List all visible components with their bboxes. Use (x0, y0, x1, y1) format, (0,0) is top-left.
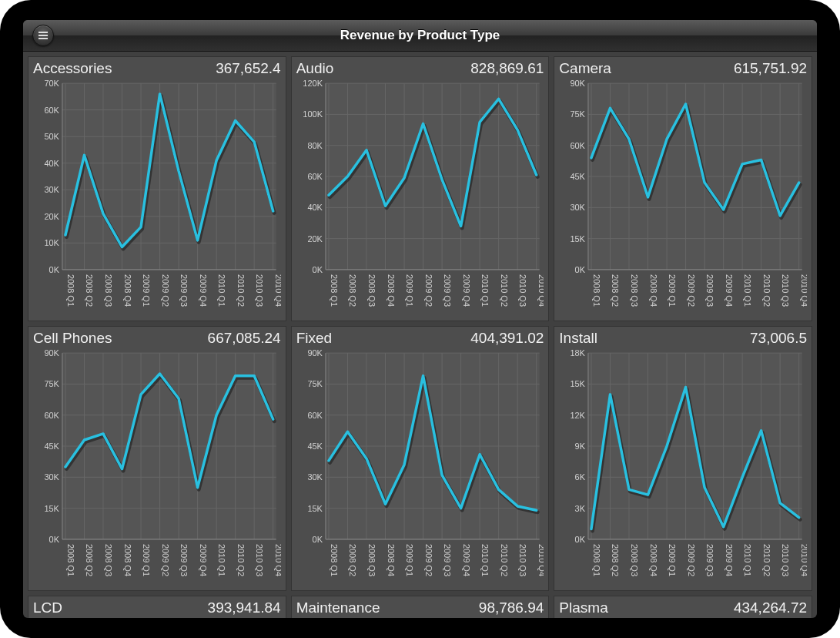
card-value: 404,391.02 (470, 330, 544, 347)
svg-text:2008 Q2: 2008 Q2 (611, 274, 621, 307)
svg-text:12K: 12K (571, 411, 586, 420)
svg-text:45K: 45K (571, 172, 586, 181)
svg-text:2010 Q4: 2010 Q4 (800, 544, 807, 576)
svg-text:30K: 30K (571, 203, 586, 212)
svg-text:75K: 75K (44, 379, 59, 388)
svg-text:75K: 75K (571, 109, 586, 119)
card-title: Fixed (296, 330, 332, 347)
svg-text:2008 Q3: 2008 Q3 (104, 544, 113, 576)
svg-text:2008 Q2: 2008 Q2 (85, 274, 94, 307)
svg-text:70K: 70K (44, 79, 59, 88)
svg-text:2008 Q1: 2008 Q1 (592, 544, 601, 576)
svg-text:2008 Q3: 2008 Q3 (367, 544, 376, 576)
svg-text:2009 Q1: 2009 Q1 (405, 544, 414, 576)
chart: 0K15K30K45K60K75K90K2008 Q12008 Q22008 Q… (559, 79, 807, 316)
svg-text:15K: 15K (44, 504, 59, 513)
hamburger-icon (38, 35, 48, 36)
svg-text:2010 Q2: 2010 Q2 (762, 274, 771, 307)
card-title: Camera (559, 60, 611, 77)
svg-text:2010 Q4: 2010 Q4 (800, 274, 807, 307)
card-value: 73,006.5 (750, 330, 807, 347)
svg-text:9K: 9K (575, 442, 586, 451)
tablet-frame: Revenue by Product Type Accessories 367,… (0, 0, 840, 638)
svg-text:2008 Q4: 2008 Q4 (649, 274, 658, 307)
svg-text:100K: 100K (303, 109, 323, 119)
svg-text:30K: 30K (307, 472, 323, 482)
svg-text:60K: 60K (44, 411, 59, 420)
svg-text:2009 Q4: 2009 Q4 (725, 274, 734, 307)
svg-text:2010 Q1: 2010 Q1 (480, 544, 490, 576)
card-title: Maintenance (296, 599, 380, 616)
svg-text:2008 Q1: 2008 Q1 (592, 274, 601, 307)
card-maintenance[interactable]: Maintenance 98,786.94 (291, 596, 550, 618)
card-header: Audio 828,869.61 (296, 60, 544, 77)
svg-text:18K: 18K (571, 348, 586, 358)
card-cell-phones[interactable]: Cell Phones 667,085.24 0K15K30K45K60K75K… (28, 326, 286, 591)
card-audio[interactable]: Audio 828,869.61 0K20K40K60K80K100K120K2… (291, 56, 550, 321)
svg-text:2008 Q4: 2008 Q4 (123, 274, 132, 307)
card-header: Maintenance 98,786.94 (296, 599, 544, 616)
card-lcd[interactable]: LCD 393,941.84 (28, 596, 286, 618)
svg-text:2010 Q1: 2010 Q1 (743, 544, 752, 576)
card-plasma[interactable]: Plasma 434,264.72 (554, 596, 812, 618)
svg-text:2010 Q2: 2010 Q2 (499, 544, 508, 576)
svg-text:2008 Q2: 2008 Q2 (611, 544, 621, 576)
svg-text:2008 Q4: 2008 Q4 (386, 274, 395, 307)
svg-text:15K: 15K (571, 379, 586, 388)
card-header: Plasma 434,264.72 (559, 599, 807, 616)
svg-text:2010 Q1: 2010 Q1 (217, 544, 226, 576)
svg-text:2009 Q2: 2009 Q2 (423, 544, 433, 576)
svg-text:0K: 0K (312, 265, 323, 274)
card-value: 393,941.84 (208, 599, 281, 616)
card-title: Cell Phones (33, 330, 112, 347)
svg-text:2009 Q2: 2009 Q2 (687, 544, 696, 576)
svg-text:2010 Q2: 2010 Q2 (499, 274, 508, 307)
svg-text:120K: 120K (303, 79, 323, 88)
svg-text:20K: 20K (44, 212, 59, 221)
grid-row: Accessories 367,652.4 0K10K20K30K40K50K6… (28, 56, 812, 321)
svg-text:2008 Q3: 2008 Q3 (104, 274, 113, 307)
svg-text:0K: 0K (49, 535, 60, 544)
svg-text:2008 Q1: 2008 Q1 (330, 274, 339, 307)
svg-text:2009 Q1: 2009 Q1 (142, 544, 151, 576)
card-install[interactable]: Install 73,006.5 0K3K6K9K12K15K18K2008 Q… (554, 326, 812, 591)
svg-text:40K: 40K (44, 159, 59, 168)
card-accessories[interactable]: Accessories 367,652.4 0K10K20K30K40K50K6… (28, 56, 286, 321)
svg-text:2009 Q3: 2009 Q3 (705, 544, 715, 576)
svg-text:2008 Q3: 2008 Q3 (367, 274, 376, 307)
card-camera[interactable]: Camera 615,751.92 0K15K30K45K60K75K90K20… (554, 56, 812, 321)
card-value: 667,085.24 (208, 330, 281, 347)
svg-text:2008 Q2: 2008 Q2 (85, 544, 94, 576)
svg-text:2009 Q2: 2009 Q2 (161, 544, 170, 576)
svg-text:2008 Q1: 2008 Q1 (66, 544, 75, 576)
svg-text:60K: 60K (571, 141, 586, 150)
svg-text:2009 Q4: 2009 Q4 (725, 544, 734, 576)
chart: 0K10K20K30K40K50K60K70K2008 Q12008 Q2200… (33, 79, 281, 316)
svg-text:2009 Q4: 2009 Q4 (461, 274, 470, 307)
card-fixed[interactable]: Fixed 404,391.02 0K15K30K45K60K75K90K200… (291, 326, 550, 591)
svg-text:20K: 20K (307, 234, 323, 243)
svg-text:2008 Q4: 2008 Q4 (123, 544, 132, 576)
svg-rect-0 (62, 83, 276, 270)
chart: 0K3K6K9K12K15K18K2008 Q12008 Q22008 Q320… (559, 348, 807, 586)
svg-text:2009 Q2: 2009 Q2 (687, 274, 696, 307)
svg-text:0K: 0K (575, 535, 586, 544)
svg-text:2010 Q3: 2010 Q3 (781, 274, 791, 307)
card-header: LCD 393,941.84 (33, 599, 281, 616)
svg-text:2009 Q2: 2009 Q2 (161, 274, 170, 307)
svg-text:2009 Q3: 2009 Q3 (179, 274, 189, 307)
svg-text:2009 Q4: 2009 Q4 (199, 274, 208, 307)
svg-text:2010 Q2: 2010 Q2 (762, 544, 771, 576)
dashboard-grid: Accessories 367,652.4 0K10K20K30K40K50K6… (23, 52, 817, 618)
card-title: LCD (33, 599, 62, 616)
svg-text:2010 Q4: 2010 Q4 (274, 274, 281, 307)
card-value: 615,751.92 (734, 60, 807, 77)
svg-text:2008 Q3: 2008 Q3 (630, 274, 639, 307)
menu-button[interactable] (32, 25, 54, 46)
card-value: 828,869.61 (470, 60, 544, 77)
card-header: Accessories 367,652.4 (33, 60, 281, 77)
svg-text:50K: 50K (44, 132, 59, 141)
svg-text:2010 Q1: 2010 Q1 (743, 274, 752, 307)
card-header: Camera 615,751.92 (559, 60, 807, 77)
svg-text:2009 Q1: 2009 Q1 (668, 274, 677, 307)
